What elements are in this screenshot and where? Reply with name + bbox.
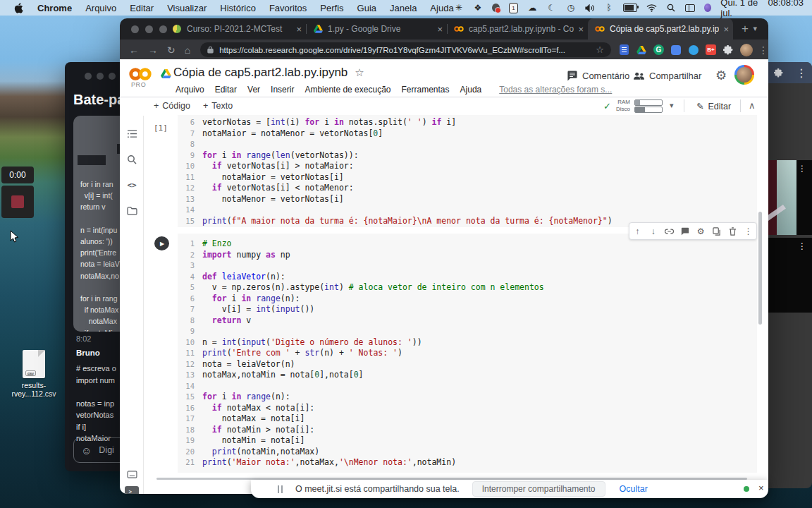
cell-settings-gear-icon[interactable]: ⚙ (696, 226, 706, 236)
search-icon[interactable] (125, 153, 138, 166)
jitsi-video-tile[interactable]: ⋮ (765, 238, 812, 313)
hide-bar-link[interactable]: Ocultar (620, 484, 648, 494)
grammarly-extension-icon[interactable]: G (653, 44, 664, 55)
bluetooth-icon[interactable]: ᛒ (604, 2, 614, 13)
disk-meter[interactable] (634, 107, 663, 113)
spotlight-icon[interactable] (666, 2, 676, 13)
puzzle-icon[interactable] (774, 68, 783, 78)
menubar-item-guia[interactable]: Guia (357, 3, 376, 13)
add-text-button[interactable]: + Texto (203, 101, 233, 111)
mirror-cell-icon[interactable] (712, 226, 722, 236)
stop-sharing-button[interactable]: Interromper compartilhamento (472, 481, 605, 497)
bplus-extension-icon[interactable]: B+ (706, 44, 716, 55)
menubar-item-janela[interactable]: Janela (390, 3, 417, 13)
comment-cell-icon[interactable] (680, 226, 690, 236)
files-folder-icon[interactable] (125, 205, 138, 217)
account-avatar[interactable] (734, 65, 754, 85)
blue-extension-icon[interactable] (670, 44, 682, 56)
address-bar[interactable]: https://colab.research.google.com/drive/… (200, 42, 611, 57)
moon-icon[interactable]: ☾ (546, 2, 556, 13)
notebook-scroll-area[interactable]: [1] 6vetorNotas = [int(i) for i in notas… (144, 115, 763, 477)
code-cell-editor[interactable]: 1# Enzo2import numpy as np34def leiaVeto… (178, 234, 757, 473)
colab-menu-ajuda[interactable]: Ajuda (458, 83, 484, 96)
tab-google-drive[interactable]: 1.py - Google Drive × (306, 18, 447, 40)
table-of-contents-icon[interactable] (125, 127, 138, 140)
colab-menu-arquivo[interactable]: Arquivo (173, 83, 207, 96)
recording-stop-button[interactable] (1, 186, 34, 218)
menubar-date[interactable]: Qui. 1 de jul. (720, 0, 761, 18)
colab-menu-inserir[interactable]: Inserir (269, 83, 296, 96)
run-cell-button[interactable]: ▶ (154, 236, 169, 250)
terminal-icon[interactable]: >_ (125, 486, 139, 494)
menubar-app-name[interactable]: Chrome (37, 3, 72, 13)
tab-colab-notebook[interactable]: cap5.part2.lab.py.ipynb - Col × (447, 18, 588, 40)
emoji-icon[interactable]: ☺ (81, 445, 92, 456)
browser-menu-icon[interactable]: ⋮ (758, 44, 768, 56)
code-cell-editor[interactable]: 6vetorNotas = [int(i) for i in notas.spl… (178, 115, 757, 227)
bookmark-star-icon[interactable]: ☆ (596, 44, 604, 55)
drive-extension-icon[interactable] (636, 44, 647, 56)
back-button[interactable]: ← (129, 44, 139, 56)
comment-button[interactable]: Comentário (567, 71, 629, 81)
resources-caret-icon[interactable]: ▾ (670, 101, 674, 110)
apple-icon[interactable] (13, 2, 24, 13)
window-controls[interactable] (131, 25, 167, 33)
colab-menu-ambiente[interactable]: Ambiente de execução (302, 83, 393, 96)
tile-menu-icon[interactable]: ⋮ (798, 241, 806, 251)
menubar-item-arquivo[interactable]: Arquivo (85, 3, 116, 13)
volume-icon[interactable] (585, 2, 595, 13)
close-tab-icon[interactable]: × (723, 24, 729, 35)
purple-app-icon[interactable] (704, 4, 712, 12)
flower-icon[interactable]: ✳ (454, 2, 464, 13)
close-tab-icon[interactable]: × (437, 24, 443, 35)
menubar-item-historico[interactable]: Histórico (220, 3, 256, 13)
extensions-puzzle-icon[interactable] (722, 44, 734, 56)
add-code-button[interactable]: + Código (154, 101, 190, 111)
link-cell-icon[interactable] (664, 226, 674, 236)
v-scrollbar-thumb[interactable] (758, 212, 762, 325)
colab-menu-editar[interactable]: Editar (213, 83, 239, 96)
battery-icon[interactable] (623, 4, 637, 12)
colab-menu-ver[interactable]: Ver (245, 83, 262, 96)
close-tab-icon[interactable]: × (296, 24, 302, 35)
menubar-item-visualizar[interactable]: Visualizar (167, 3, 207, 13)
move-cell-up-icon[interactable]: ↑ (632, 226, 642, 236)
window-controls[interactable] (85, 73, 116, 80)
home-button[interactable]: ⌂ (185, 44, 190, 56)
close-bar-icon[interactable]: × (758, 483, 764, 493)
menubar-item-editar[interactable]: Editar (130, 3, 154, 13)
tab-colab-copy-active[interactable]: Cópia de cap5.part2.lab.py.ip × (588, 18, 733, 40)
cell-more-icon[interactable]: ⋮ (744, 226, 753, 236)
more-menu-icon[interactable]: ⋮ (796, 66, 807, 80)
cloud-icon[interactable]: ☁ (527, 2, 537, 13)
tab-moodle[interactable]: Curso: PI-2021.2-MCTest × (165, 18, 306, 40)
new-tab-button[interactable]: + (742, 22, 749, 36)
settings-gear-icon[interactable]: ⚙ (715, 68, 727, 83)
move-cell-down-icon[interactable]: ↓ (648, 226, 658, 236)
notebook-title[interactable]: Cópia de cap5.part2.lab.py.ipynb (173, 66, 347, 80)
url-text[interactable]: https://colab.research.google.com/drive/… (219, 46, 590, 54)
tab-search-icon[interactable]: ▾ (753, 24, 757, 33)
browser-profile-avatar[interactable] (740, 44, 753, 56)
blue-round-extension-icon[interactable] (688, 44, 699, 56)
dropbox-icon[interactable]: ❖ (473, 2, 483, 13)
code-snippets-icon[interactable]: <> (125, 179, 138, 191)
star-notebook-icon[interactable]: ☆ (355, 66, 364, 79)
close-tab-icon[interactable]: × (578, 24, 584, 35)
save-status-link[interactable]: Todas as alterações foram s... (497, 83, 614, 96)
command-palette-icon[interactable] (125, 468, 138, 480)
chrome-error-icon[interactable] (492, 4, 500, 12)
calendar-icon[interactable]: 1 (509, 3, 519, 13)
menubar-item-ajuda[interactable]: Ajuda (430, 3, 453, 13)
ram-meter[interactable] (634, 99, 663, 106)
desktop-file-csv[interactable]: results- rvey...112.csv (0, 350, 68, 398)
edit-mode-button[interactable]: ✎ Editar (696, 101, 731, 111)
jitsi-video-tile[interactable]: ⋮ (765, 160, 812, 235)
menubar-item-favoritos[interactable]: Favoritos (269, 3, 307, 13)
colab-menu-ferramentas[interactable]: Ferramentas (400, 83, 452, 96)
reload-button[interactable]: ↻ (167, 44, 176, 56)
forward-button[interactable]: → (148, 44, 158, 56)
collapse-header-icon[interactable]: ∧ (749, 100, 756, 111)
tile-menu-icon[interactable]: ⋮ (798, 164, 806, 174)
menubar-item-perfis[interactable]: Perfis (320, 3, 343, 13)
